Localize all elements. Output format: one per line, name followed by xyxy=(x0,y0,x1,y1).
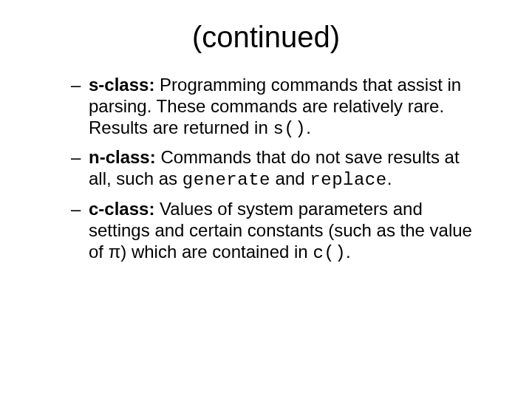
bullet-dash-icon: – xyxy=(71,75,81,96)
bullet-dash-icon: – xyxy=(71,199,81,220)
bullet-text-post: . xyxy=(387,168,392,188)
bullet-code-b: replace xyxy=(310,170,386,190)
bullet-code-a: s() xyxy=(273,119,306,139)
bullet-text-post: . xyxy=(346,242,351,262)
bullet-code-a: generate xyxy=(183,170,270,190)
bullet-label: s-class: xyxy=(89,75,154,95)
bullet-label: n-class: xyxy=(89,147,156,167)
bullet-item: – n-class: Commands that do not save res… xyxy=(75,147,480,191)
bullet-dash-icon: – xyxy=(71,147,81,168)
bullet-label: c-class: xyxy=(89,199,154,219)
bullet-item: – s-class: Programming commands that ass… xyxy=(75,75,480,140)
bullet-item: – c-class: Values of system parameters a… xyxy=(75,199,480,264)
bullet-text-post: . xyxy=(306,117,311,137)
slide-body: – s-class: Programming commands that ass… xyxy=(44,75,488,264)
bullet-code-a: c() xyxy=(313,243,346,263)
slide-title: (continued) xyxy=(44,21,488,54)
slide: (continued) – s-class: Programming comma… xyxy=(0,0,532,399)
bullet-text-mid: and xyxy=(270,168,310,188)
